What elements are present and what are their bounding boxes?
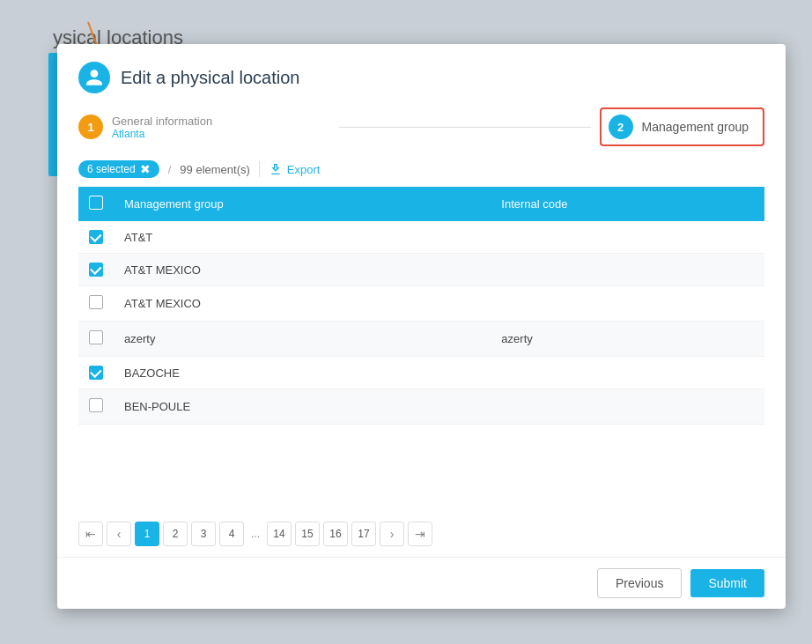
pagination: ⇤ ‹ 1 2 3 4 ... 14 15 16 17 › ⇥	[57, 511, 786, 557]
modal-icon	[78, 62, 110, 93]
page-14-button[interactable]: 14	[267, 522, 292, 546]
selected-badge: 6 selected ✖	[78, 160, 159, 178]
row-checkbox-cell	[78, 357, 114, 389]
selected-count: 6 selected	[87, 163, 136, 175]
step1-circle: 1	[78, 115, 103, 139]
management-group-name: AT&T	[114, 221, 491, 254]
table-header-row: Management group Internal code	[78, 187, 764, 221]
stepper: 1 General information Atlanta 2 Manageme…	[57, 93, 786, 160]
previous-button[interactable]: Previous	[597, 568, 682, 598]
page-16-button[interactable]: 16	[323, 522, 348, 546]
table-row: BEN-POULE	[78, 389, 764, 425]
row-checkbox-cell	[78, 286, 114, 322]
row-checkbox-5[interactable]	[89, 398, 103, 412]
page-3-button[interactable]: 3	[191, 522, 216, 546]
step2-label: Management group	[642, 120, 749, 134]
management-group-name: azerty	[114, 322, 491, 357]
table-body: AT&TAT&T MEXICOAT&T MEXICOazertyazertyBA…	[78, 221, 764, 425]
table-container: Management group Internal code AT&TAT&T …	[78, 187, 764, 511]
page-15-button[interactable]: 15	[295, 522, 320, 546]
page-last-button[interactable]: ⇥	[408, 522, 432, 546]
export-icon	[269, 162, 283, 176]
step1-label: General information	[112, 115, 212, 128]
col-header-management-group: Management group	[114, 187, 491, 221]
step2-circle: 2	[609, 115, 633, 139]
row-checkbox-cell	[78, 389, 114, 425]
internal-code-value	[491, 389, 764, 425]
row-checkbox-0[interactable]	[89, 230, 103, 244]
export-button[interactable]: Export	[269, 162, 321, 176]
internal-code-value: azerty	[491, 322, 764, 357]
modal-container: Edit a physical location 1 General infor…	[57, 44, 786, 609]
management-group-name: BEN-POULE	[114, 389, 491, 425]
row-checkbox-cell	[78, 221, 114, 254]
table-row: AT&T MEXICO	[78, 254, 764, 286]
table-row: AT&T	[78, 221, 764, 254]
select-all-checkbox[interactable]	[89, 196, 103, 210]
page-ellipsis: ...	[247, 528, 263, 540]
submit-button[interactable]: Submit	[690, 569, 764, 597]
col-header-internal-code: Internal code	[491, 187, 764, 221]
person-icon	[85, 68, 104, 87]
row-checkbox-1[interactable]	[89, 263, 103, 277]
page-17-button[interactable]: 17	[351, 522, 376, 546]
internal-code-value	[491, 357, 764, 389]
table-row: azertyazerty	[78, 322, 764, 357]
export-label: Export	[287, 163, 321, 176]
internal-code-value	[491, 286, 764, 322]
modal-header: Edit a physical location	[57, 44, 786, 93]
step1-sublabel: Atlanta	[112, 128, 212, 140]
internal-code-value	[491, 221, 764, 254]
page-1-button[interactable]: 1	[135, 522, 159, 546]
step-2-box: 2 Management group	[600, 107, 764, 146]
internal-code-value	[491, 254, 764, 286]
management-group-name: AT&T MEXICO	[114, 254, 491, 286]
page-4-button[interactable]: 4	[219, 522, 244, 546]
table-row: AT&T MEXICO	[78, 286, 764, 322]
row-checkbox-4[interactable]	[89, 366, 103, 380]
page-2-button[interactable]: 2	[163, 522, 188, 546]
step-divider	[339, 127, 591, 128]
management-group-name: AT&T MEXICO	[114, 286, 491, 322]
row-checkbox-2[interactable]	[89, 295, 103, 309]
modal-title: Edit a physical location	[121, 68, 299, 88]
page-prev-button[interactable]: ‹	[107, 522, 131, 546]
page-next-button[interactable]: ›	[380, 522, 404, 546]
toolbar-divider	[259, 161, 260, 177]
step1-info: General information Atlanta	[112, 115, 212, 140]
row-checkbox-3[interactable]	[89, 330, 103, 344]
page-first-button[interactable]: ⇤	[78, 522, 103, 546]
toolbar-separator: /	[168, 163, 172, 176]
elements-count: 99 element(s)	[180, 163, 249, 176]
table-row: BAZOCHE	[78, 357, 764, 389]
clear-selection-button[interactable]: ✖	[140, 163, 151, 175]
row-checkbox-cell	[78, 322, 114, 357]
row-checkbox-cell	[78, 254, 114, 286]
modal-footer: Previous Submit	[57, 557, 786, 609]
management-group-table: Management group Internal code AT&TAT&T …	[78, 187, 764, 425]
header-checkbox-col	[78, 187, 114, 221]
step-1: 1 General information Atlanta	[78, 115, 330, 140]
toolbar: 6 selected ✖ / 99 element(s) Export	[57, 160, 786, 187]
management-group-name: BAZOCHE	[114, 357, 491, 389]
